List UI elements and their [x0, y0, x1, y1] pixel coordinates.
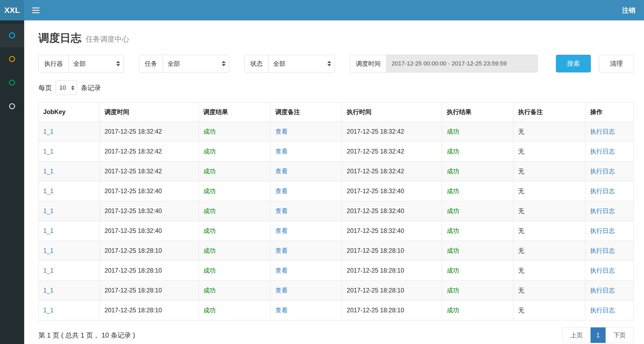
handle-result-cell: 成功 [442, 122, 513, 142]
trigger-time-range-input[interactable] [386, 55, 537, 72]
page-header: 调度日志 任务调度中心 [38, 31, 634, 45]
trigger-msg-link[interactable]: 查看 [275, 287, 288, 294]
trigger-msg-link[interactable]: 查看 [275, 267, 288, 274]
job-select-value: 全部 [168, 60, 180, 68]
trigger-result-cell: 成功 [199, 181, 271, 201]
exec-log-link[interactable]: 执行日志 [590, 188, 615, 195]
jobkey-link[interactable]: 1_1 [43, 128, 53, 135]
job-label: 任务 [139, 55, 163, 72]
trigger-result-cell: 成功 [199, 221, 271, 241]
table-row: 1_1 2017-12-25 18:28:10 成功 查看 2017-12-25… [39, 301, 634, 320]
jobkey-link[interactable]: 1_1 [43, 227, 53, 234]
prev-page-button[interactable]: 上页 [562, 327, 591, 343]
pagination-summary: 第 1 页 ( 总共 1 页， 10 条记录 ) [38, 331, 135, 340]
search-button[interactable]: 搜索 [556, 55, 591, 72]
sidebar-item-2[interactable] [0, 47, 24, 71]
exec-log-link[interactable]: 执行日志 [590, 267, 615, 274]
jobkey-cell: 1_1 [39, 301, 100, 320]
status-select[interactable]: 全部 [269, 55, 335, 72]
table-row: 1_1 2017-12-25 18:28:10 成功 查看 2017-12-25… [39, 261, 634, 281]
trigger-msg-cell: 查看 [271, 281, 342, 301]
header-handle-msg: 执行备注 [513, 103, 585, 122]
circle-icon [9, 56, 15, 62]
trigger-msg-link[interactable]: 查看 [275, 247, 288, 254]
exec-log-link[interactable]: 执行日志 [590, 227, 615, 234]
handle-result-cell: 成功 [442, 281, 513, 301]
trigger-msg-link[interactable]: 查看 [275, 227, 288, 234]
handle-result-cell: 成功 [442, 241, 513, 261]
action-cell: 执行日志 [585, 261, 634, 281]
jobkey-link[interactable]: 1_1 [43, 287, 53, 294]
trigger-msg-link[interactable]: 查看 [275, 188, 288, 195]
main-layout: 调度日志 任务调度中心 执行器 全部 任务 全部 状态 [0, 20, 644, 344]
circle-icon [9, 103, 15, 109]
trigger-msg-link[interactable]: 查看 [275, 168, 288, 175]
logout-link[interactable]: 注销 [613, 0, 644, 20]
action-cell: 执行日志 [585, 281, 634, 301]
exec-log-link[interactable]: 执行日志 [590, 307, 615, 314]
jobkey-cell: 1_1 [39, 122, 100, 142]
jobkey-link[interactable]: 1_1 [43, 168, 53, 175]
table-row: 1_1 2017-12-25 18:32:42 成功 查看 2017-12-25… [39, 142, 634, 162]
select-arrows-icon [327, 61, 331, 66]
handle-time-cell: 2017-12-25 18:32:40 [342, 221, 442, 241]
handle-result-cell: 成功 [442, 261, 513, 281]
trigger-result-cell: 成功 [199, 261, 271, 281]
exec-log-link[interactable]: 执行日志 [590, 128, 615, 135]
header-handle-time: 执行时间 [342, 103, 442, 122]
trigger-result-cell: 成功 [199, 201, 271, 221]
action-cell: 执行日志 [585, 241, 634, 261]
trigger-msg-cell: 查看 [271, 142, 342, 162]
status-select-value: 全部 [273, 60, 285, 68]
clear-button[interactable]: 清理 [599, 55, 634, 72]
app-logo[interactable]: XXL [0, 0, 24, 20]
header-trigger-time: 调度时间 [100, 103, 199, 122]
action-cell: 执行日志 [585, 122, 634, 142]
handle-time-cell: 2017-12-25 18:28:10 [342, 241, 442, 261]
trigger-time-label: 调度时间 [350, 55, 386, 72]
trigger-msg-cell: 查看 [271, 241, 342, 261]
action-cell: 执行日志 [585, 201, 634, 221]
exec-log-link[interactable]: 执行日志 [590, 207, 615, 214]
page-size-select[interactable]: 10 [56, 80, 77, 95]
sidebar-item-4[interactable] [0, 94, 24, 118]
executor-select[interactable]: 全部 [69, 55, 124, 72]
sidebar-item-3[interactable] [0, 71, 24, 94]
trigger-msg-link[interactable]: 查看 [275, 148, 288, 155]
trigger-msg-link[interactable]: 查看 [275, 128, 288, 135]
jobkey-link[interactable]: 1_1 [43, 267, 53, 274]
executor-filter-group: 执行器 全部 [38, 55, 124, 72]
trigger-time-cell: 2017-12-25 18:32:42 [100, 122, 199, 142]
jobkey-link[interactable]: 1_1 [43, 207, 53, 214]
exec-log-link[interactable]: 执行日志 [590, 247, 615, 254]
trigger-msg-cell: 查看 [271, 261, 342, 281]
sidebar-item-1[interactable] [0, 24, 24, 47]
trigger-msg-cell: 查看 [271, 122, 342, 142]
page-size-value: 10 [59, 84, 66, 91]
trigger-result-cell: 成功 [199, 122, 271, 142]
current-page-button[interactable]: 1 [591, 327, 606, 343]
jobkey-cell: 1_1 [39, 241, 100, 261]
handle-time-cell: 2017-12-25 18:32:42 [342, 142, 442, 162]
trigger-result-cell: 成功 [199, 301, 271, 320]
trigger-msg-link[interactable]: 查看 [275, 207, 288, 214]
exec-log-link[interactable]: 执行日志 [590, 168, 615, 175]
handle-time-cell: 2017-12-25 18:28:10 [342, 281, 442, 301]
action-cell: 执行日志 [585, 301, 634, 320]
page-size-prefix-label: 每页 [38, 83, 52, 92]
exec-log-link[interactable]: 执行日志 [590, 287, 615, 294]
jobkey-link[interactable]: 1_1 [43, 188, 53, 195]
jobkey-link[interactable]: 1_1 [43, 247, 53, 254]
jobkey-link[interactable]: 1_1 [43, 148, 53, 155]
trigger-msg-link[interactable]: 查看 [275, 307, 288, 314]
select-arrows-icon [116, 61, 120, 66]
jobkey-link[interactable]: 1_1 [43, 307, 53, 314]
next-page-button[interactable]: 下页 [605, 327, 634, 343]
sidebar-toggle-button[interactable] [24, 0, 47, 20]
action-cell: 执行日志 [585, 221, 634, 241]
log-table: JobKey 调度时间 调度结果 调度备注 执行时间 执行结果 执行备注 操作 … [38, 102, 634, 320]
header-trigger-result: 调度结果 [199, 103, 271, 122]
exec-log-link[interactable]: 执行日志 [590, 148, 615, 155]
action-cell: 执行日志 [585, 162, 634, 181]
job-select[interactable]: 全部 [163, 55, 229, 72]
